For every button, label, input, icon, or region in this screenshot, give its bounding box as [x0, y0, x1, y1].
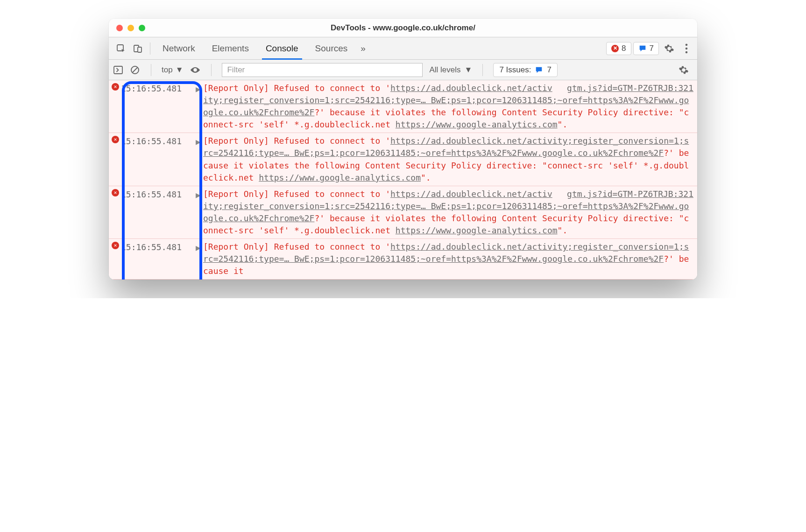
message-icon: [535, 66, 543, 74]
live-expression-icon[interactable]: [190, 66, 201, 74]
log-level-label: All levels: [429, 65, 460, 75]
console-message-row[interactable]: ✕15:16:55.481▶gtm.js?id=GTM-PZ6TRJB:321[…: [109, 80, 697, 133]
message-timestamp: 15:16:55.481: [121, 188, 196, 237]
svg-point-5: [686, 51, 688, 53]
console-message-row[interactable]: ✕15:16:55.481▶[Report Only] Refused to c…: [109, 133, 697, 186]
titlebar: DevTools - www.google.co.uk/chrome/: [109, 19, 697, 37]
filter-placeholder: Filter: [227, 65, 245, 75]
context-selector[interactable]: top ▼: [162, 65, 183, 75]
url-link[interactable]: https://www.google-analytics.com: [396, 119, 558, 129]
console-settings-icon[interactable]: [679, 65, 693, 75]
disclosure-triangle-icon[interactable]: ▶: [196, 241, 203, 277]
console-message-row[interactable]: ✕15:16:55.481▶gtm.js?id=GTM-PZ6TRJB:321[…: [109, 186, 697, 239]
disclosure-triangle-icon[interactable]: ▶: [196, 82, 203, 131]
svg-point-4: [686, 47, 688, 49]
console-message-row[interactable]: ✕15:16:55.481▶[Report Only] Refused to c…: [109, 239, 697, 280]
window-title: DevTools - www.google.co.uk/chrome/: [109, 23, 697, 33]
message-source-link[interactable]: gtm.js?id=GTM-PZ6TRJB:321: [567, 188, 693, 200]
clear-console-icon[interactable]: [130, 65, 141, 75]
console-sidebar-toggle-icon[interactable]: [113, 66, 124, 74]
device-toggle-icon[interactable]: [129, 44, 146, 53]
svg-line-8: [133, 68, 137, 72]
url-link[interactable]: https://www.google-analytics.com: [259, 173, 421, 182]
message-source-link[interactable]: gtm.js?id=GTM-PZ6TRJB:321: [567, 82, 693, 94]
console-toolbar: top ▼ Filter All levels ▼ 7 Issues: 7: [109, 60, 697, 80]
filter-input[interactable]: Filter: [222, 63, 423, 77]
error-icon: ✕: [112, 82, 121, 131]
chevron-down-icon: ▼: [176, 65, 184, 75]
error-count: 8: [622, 44, 626, 53]
settings-icon[interactable]: [659, 43, 679, 54]
message-icon: [638, 44, 647, 53]
tab-console[interactable]: Console: [257, 37, 307, 59]
message-count-badge[interactable]: 7: [633, 42, 659, 55]
disclosure-triangle-icon[interactable]: ▶: [196, 188, 203, 237]
message-count: 7: [650, 44, 654, 53]
svg-point-3: [686, 43, 688, 46]
console-messages: ✕15:16:55.481▶gtm.js?id=GTM-PZ6TRJB:321[…: [109, 80, 697, 280]
message-timestamp: 15:16:55.481: [121, 82, 196, 131]
devtools-window: DevTools - www.google.co.uk/chrome/ Netw…: [109, 19, 697, 280]
error-icon: ✕: [112, 241, 121, 277]
svg-rect-2: [138, 47, 141, 52]
chevron-down-icon: ▼: [465, 65, 473, 75]
tab-sources[interactable]: Sources: [307, 37, 356, 59]
tab-network[interactable]: Network: [154, 37, 204, 59]
panel-tabs: Network Elements Console Sources » ✕ 8 7: [109, 37, 697, 60]
message-text: gtm.js?id=GTM-PZ6TRJB:321[Report Only] R…: [203, 188, 693, 237]
error-count-badge[interactable]: ✕ 8: [606, 42, 631, 55]
issues-count: 7: [547, 65, 551, 75]
message-text: [Report Only] Refused to connect to 'htt…: [203, 241, 693, 277]
message-timestamp: 15:16:55.481: [121, 135, 196, 183]
error-icon: ✕: [611, 45, 619, 52]
message-timestamp: 15:16:55.481: [121, 241, 196, 277]
message-text: gtm.js?id=GTM-PZ6TRJB:321[Report Only] R…: [203, 82, 693, 131]
tab-elements[interactable]: Elements: [204, 37, 257, 59]
url-link[interactable]: https://ad.doubleclick.net/activity;regi…: [203, 136, 689, 158]
issues-label: 7 Issues:: [499, 65, 531, 75]
kebab-menu-icon[interactable]: [679, 43, 693, 54]
url-link[interactable]: https://www.google-analytics.com: [396, 225, 558, 235]
log-level-selector[interactable]: All levels ▼: [429, 65, 472, 75]
error-icon: ✕: [112, 188, 121, 237]
message-text: [Report Only] Refused to connect to 'htt…: [203, 135, 693, 183]
error-icon: ✕: [112, 135, 121, 183]
tabs-overflow[interactable]: »: [356, 37, 370, 59]
context-label: top: [162, 65, 173, 75]
disclosure-triangle-icon[interactable]: ▶: [196, 135, 203, 183]
inspect-icon[interactable]: [113, 44, 129, 53]
url-link[interactable]: https://ad.doubleclick.net/activity;regi…: [203, 242, 689, 264]
issues-button[interactable]: 7 Issues: 7: [493, 63, 558, 77]
